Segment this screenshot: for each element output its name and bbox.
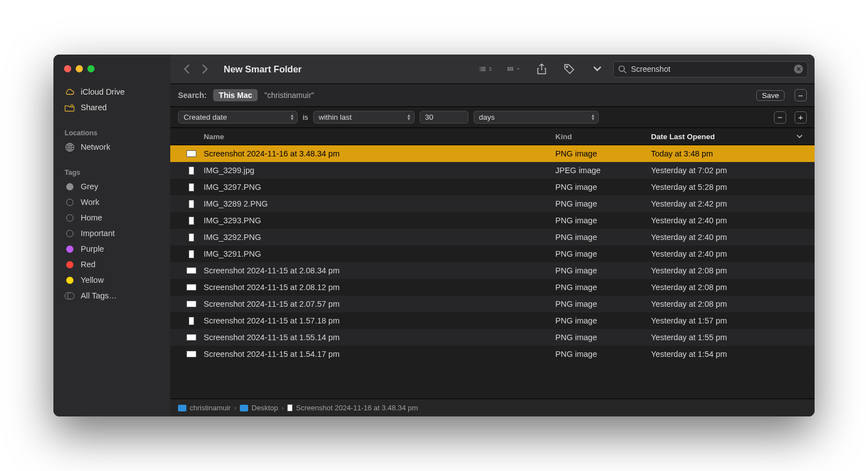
select-value: days xyxy=(479,113,495,121)
sidebar-item-network[interactable]: Network xyxy=(53,139,170,155)
fullscreen-window-button[interactable] xyxy=(87,65,95,72)
file-row[interactable]: IMG_3292.PNGPNG imageYesterday at 2:40 p… xyxy=(170,229,815,246)
file-name: Screenshot 2024-11-15 at 2.08.34 pm xyxy=(204,266,339,275)
sidebar-item-all-tags[interactable]: All Tags… xyxy=(53,288,170,303)
sidebar-tags: Tags GreyWorkHomeImportantPurpleRedYello… xyxy=(53,160,170,309)
svg-rect-4 xyxy=(510,67,511,68)
tag-color-icon xyxy=(65,213,75,223)
file-name: Screenshot 2024-11-16 at 3.48.34 pm xyxy=(204,149,339,158)
column-header-date[interactable]: Date Last Opened xyxy=(651,133,807,141)
sidebar-item-label: Home xyxy=(81,213,102,222)
select-value: within last xyxy=(319,113,352,121)
sidebar-tag-item[interactable]: Work xyxy=(53,194,170,210)
save-search-button[interactable]: Save xyxy=(756,90,785,101)
remove-criteria-button[interactable]: − xyxy=(795,89,807,101)
file-date: Yesterday at 2:08 pm xyxy=(651,266,807,275)
tag-color-icon xyxy=(65,259,75,269)
sidebar: iCloud Drive Shared Locations Network Ta… xyxy=(53,55,170,416)
chevron-down-icon xyxy=(797,135,802,138)
column-header-kind[interactable]: Kind xyxy=(555,133,651,141)
back-button[interactable] xyxy=(184,64,190,74)
path-segment[interactable]: christinamuir xyxy=(178,404,231,412)
file-kind: PNG image xyxy=(555,183,651,192)
tag-color-icon xyxy=(65,228,75,238)
updown-caret-icon: ▲▼ xyxy=(407,114,411,121)
sidebar-tag-item[interactable]: Grey xyxy=(53,179,170,194)
nav-arrows xyxy=(184,64,208,74)
file-row[interactable]: Screenshot 2024-11-15 at 2.07.57 pmPNG i… xyxy=(170,296,815,312)
file-row[interactable]: IMG_3293.PNGPNG imageYesterday at 2:40 p… xyxy=(170,212,815,229)
minimize-window-button[interactable] xyxy=(76,65,83,72)
path-segment[interactable]: Screenshot 2024-11-16 at 3.48.34 pm xyxy=(287,404,418,412)
file-row[interactable]: Screenshot 2024-11-15 at 2.08.12 pmPNG i… xyxy=(170,279,815,296)
file-thumbnail-icon xyxy=(186,149,197,158)
sidebar-item-label: Red xyxy=(81,260,96,269)
scope-this-mac[interactable]: This Mac xyxy=(213,89,258,101)
sidebar-tag-item[interactable]: Yellow xyxy=(53,272,170,288)
search-input[interactable] xyxy=(631,65,790,73)
share-button[interactable] xyxy=(535,63,548,75)
file-row[interactable]: Screenshot 2024-11-15 at 1.54.17 pmPNG i… xyxy=(170,346,815,362)
file-icon xyxy=(287,404,293,411)
file-date: Yesterday at 1:57 pm xyxy=(651,316,807,325)
list-column-header: Name Kind Date Last Opened xyxy=(170,128,815,145)
sidebar-item-label: Shared xyxy=(81,103,107,112)
updown-caret-icon: ▲▼ xyxy=(290,114,294,121)
file-name: Screenshot 2024-11-15 at 1.55.14 pm xyxy=(204,333,339,342)
svg-point-0 xyxy=(71,105,73,107)
list-view-selector[interactable] xyxy=(480,63,492,75)
criteria-value-input[interactable] xyxy=(420,111,468,124)
file-row[interactable]: IMG_3289 2.PNGPNG imageYesterday at 2:42… xyxy=(170,195,815,212)
file-row[interactable]: Screenshot 2024-11-15 at 1.57.18 pmPNG i… xyxy=(170,312,815,329)
criteria-operator-select[interactable]: within last ▲▼ xyxy=(313,111,415,124)
sidebar-tag-item[interactable]: Important xyxy=(53,225,170,241)
remove-row-button[interactable]: − xyxy=(774,111,786,124)
sidebar-item-label: Important xyxy=(81,229,115,238)
sidebar-tag-item[interactable]: Red xyxy=(53,257,170,272)
path-bar: christinamuir›Desktop›Screenshot 2024-11… xyxy=(170,399,815,416)
overflow-button[interactable] xyxy=(591,63,603,75)
file-kind: PNG image xyxy=(555,266,651,275)
folder-icon xyxy=(240,405,248,411)
file-row[interactable]: IMG_3299.jpgJPEG imageYesterday at 7:02 … xyxy=(170,162,815,179)
scope-folder[interactable]: "christinamuir" xyxy=(264,91,314,100)
svg-point-9 xyxy=(566,66,568,68)
file-row[interactable]: IMG_3297.PNGPNG imageYesterday at 5:28 p… xyxy=(170,179,815,195)
sidebar-tag-item[interactable]: Purple xyxy=(53,241,170,257)
all-tags-icon xyxy=(65,291,75,301)
forward-button[interactable] xyxy=(202,64,208,74)
criteria-unit-select[interactable]: days ▲▼ xyxy=(474,111,599,124)
add-row-button[interactable]: + xyxy=(795,111,807,124)
sidebar-item-icloud-drive[interactable]: iCloud Drive xyxy=(53,84,170,100)
file-row[interactable]: Screenshot 2024-11-15 at 1.55.14 pmPNG i… xyxy=(170,329,815,346)
clear-search-button[interactable]: ✕ xyxy=(794,65,803,73)
search-field[interactable]: ✕ xyxy=(613,61,808,77)
sidebar-tag-item[interactable]: Home xyxy=(53,210,170,225)
file-row[interactable]: IMG_3291.PNGPNG imageYesterday at 2:40 p… xyxy=(170,246,815,262)
file-kind: PNG image xyxy=(555,149,651,158)
sidebar-item-shared[interactable]: Shared xyxy=(53,100,170,115)
path-label: Desktop xyxy=(251,404,278,412)
file-thumbnail-icon xyxy=(186,249,197,258)
chevron-right-icon: › xyxy=(282,404,284,412)
file-row[interactable]: Screenshot 2024-11-16 at 3.48.34 pmPNG i… xyxy=(170,145,815,162)
path-segment[interactable]: Desktop xyxy=(240,404,278,412)
file-name: Screenshot 2024-11-15 at 2.07.57 pm xyxy=(204,300,339,308)
file-date: Yesterday at 2:40 pm xyxy=(651,249,807,258)
criteria-attribute-select[interactable]: Created date ▲▼ xyxy=(178,111,298,124)
file-row[interactable]: Screenshot 2024-11-15 at 2.08.34 pmPNG i… xyxy=(170,262,815,279)
file-name: Screenshot 2024-11-15 at 1.54.17 pm xyxy=(204,350,339,359)
window-title: New Smart Folder xyxy=(224,64,302,75)
file-kind: PNG image xyxy=(555,333,651,342)
globe-icon xyxy=(65,142,75,152)
column-header-name[interactable]: Name xyxy=(204,133,555,141)
close-window-button[interactable] xyxy=(64,65,71,72)
file-thumbnail-icon xyxy=(186,233,197,242)
file-name: Screenshot 2024-11-15 at 1.57.18 pm xyxy=(204,316,339,325)
file-date: Today at 3:48 pm xyxy=(651,149,807,158)
tag-button[interactable] xyxy=(563,63,575,75)
group-by-selector[interactable] xyxy=(507,63,520,75)
shared-folder-icon xyxy=(65,102,75,112)
sidebar-item-label: Work xyxy=(81,198,100,207)
file-list[interactable]: Screenshot 2024-11-16 at 3.48.34 pmPNG i… xyxy=(170,145,815,399)
